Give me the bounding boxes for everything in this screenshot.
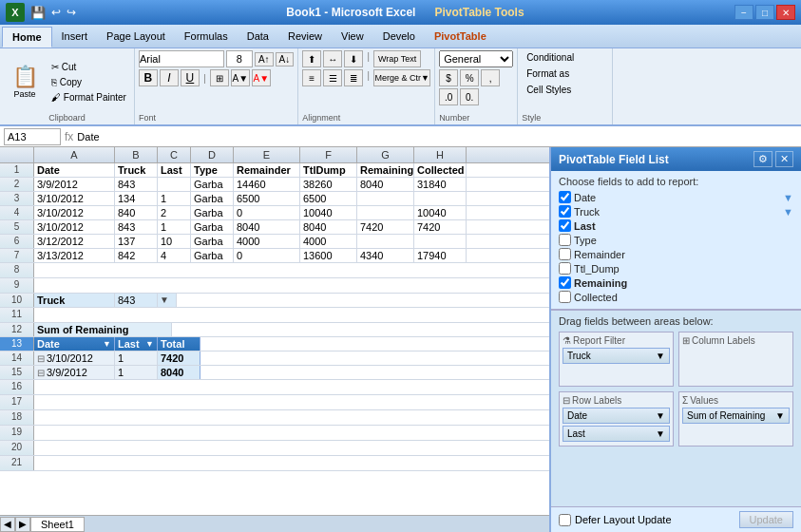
field-date-filter-icon[interactable]: ▼ <box>783 192 793 203</box>
field-truck-filter-icon[interactable]: ▼ <box>783 206 793 218</box>
row-label-last-item[interactable]: Last▼ <box>563 426 670 442</box>
field-remainder-checkbox[interactable] <box>559 248 571 260</box>
name-box[interactable] <box>4 128 61 145</box>
cut-button[interactable]: ✂ Cut <box>48 60 130 74</box>
cell[interactable]: Garba <box>191 192 234 205</box>
cell[interactable]: 843 <box>115 220 158 234</box>
col-header-A[interactable]: A <box>34 147 115 162</box>
cell[interactable]: Last <box>158 163 191 177</box>
field-ttldump-checkbox[interactable] <box>559 262 571 275</box>
tab-home[interactable]: Home <box>2 27 52 48</box>
align-bottom-button[interactable]: ⬇ <box>344 50 363 67</box>
cell[interactable]: 4340 <box>357 249 414 262</box>
cell[interactable]: 1 <box>158 220 191 234</box>
quick-access-undo[interactable]: ↩ <box>51 6 61 19</box>
font-grow-button[interactable]: A↑ <box>255 52 274 66</box>
cell[interactable]: Collected <box>414 163 467 177</box>
next-sheet-button[interactable]: ▶ <box>15 517 30 532</box>
align-top-button[interactable]: ⬆ <box>302 50 321 67</box>
cell[interactable]: 10 <box>158 235 191 248</box>
field-type-checkbox[interactable] <box>559 234 571 246</box>
defer-layout-checkbox[interactable]: Defer Layout Update <box>559 514 672 526</box>
cell[interactable]: 7420 <box>414 220 467 234</box>
cell[interactable]: 0 <box>234 206 300 219</box>
field-remaining-checkbox[interactable] <box>559 276 571 289</box>
cell[interactable]: 6500 <box>234 192 300 205</box>
cell-last-15[interactable]: 1 <box>115 366 158 379</box>
cell[interactable]: 6500 <box>300 192 357 205</box>
col-header-E[interactable]: E <box>234 147 300 162</box>
cell[interactable]: Garba <box>191 206 234 219</box>
font-shrink-button[interactable]: A↓ <box>276 52 295 66</box>
tab-insert[interactable]: Insert <box>52 27 98 48</box>
cell[interactable]: 14460 <box>234 178 300 191</box>
cell[interactable]: 843 <box>115 178 158 191</box>
formula-input[interactable] <box>77 128 797 145</box>
cell[interactable]: 8040 <box>357 178 414 191</box>
currency-button[interactable]: $ <box>439 69 458 86</box>
cell[interactable]: Truck <box>115 163 158 177</box>
cell[interactable]: 4000 <box>300 235 357 248</box>
cell[interactable] <box>357 206 414 219</box>
font-name-input[interactable] <box>139 50 224 67</box>
field-collected-checkbox[interactable] <box>559 291 571 303</box>
cell[interactable]: Date <box>34 163 115 177</box>
field-last-checkbox[interactable] <box>559 219 571 232</box>
align-center-button[interactable]: ☰ <box>323 69 342 86</box>
cell[interactable] <box>414 192 467 205</box>
tab-pagelayout[interactable]: Page Layout <box>97 27 175 48</box>
tab-develo[interactable]: Develo <box>373 27 425 48</box>
quick-access-save[interactable]: 💾 <box>30 6 46 20</box>
quick-access-redo[interactable]: ↪ <box>67 6 76 19</box>
update-button[interactable]: Update <box>739 511 793 528</box>
cell-truck-filter-icon[interactable]: ▼ <box>158 294 177 307</box>
maximize-button[interactable]: □ <box>755 5 774 20</box>
cell[interactable]: 2 <box>158 206 191 219</box>
cell-date-14[interactable]: ⊟ 3/10/2012 <box>34 352 115 365</box>
align-right-button[interactable]: ≣ <box>344 69 363 86</box>
cell[interactable]: 8040 <box>300 220 357 234</box>
conditional-formatting-button[interactable]: Conditional <box>522 50 608 65</box>
paste-button[interactable]: 📋 Paste <box>4 55 46 108</box>
align-left-button[interactable]: ≡ <box>302 69 321 86</box>
defer-checkbox[interactable] <box>559 514 571 526</box>
italic-button[interactable]: I <box>160 69 179 86</box>
cell-last-14[interactable]: 1 <box>115 352 158 365</box>
cell[interactable]: Remainder <box>234 163 300 177</box>
cell[interactable]: 3/10/2012 <box>34 220 115 234</box>
cell[interactable]: Garba <box>191 249 234 262</box>
cell[interactable]: 4000 <box>234 235 300 248</box>
col-header-H[interactable]: H <box>414 147 467 162</box>
cell-date-header[interactable]: Date▼ <box>34 337 115 351</box>
col-header-F[interactable]: F <box>300 147 357 162</box>
merge-button[interactable]: Merge & Ctr▼ <box>373 69 430 86</box>
cell[interactable]: 3/10/2012 <box>34 192 115 205</box>
cell[interactable]: Type <box>191 163 234 177</box>
cell[interactable]: TtlDump <box>300 163 357 177</box>
cell[interactable]: 0 <box>234 249 300 262</box>
tab-view[interactable]: View <box>332 27 373 48</box>
tab-data[interactable]: Data <box>238 27 278 48</box>
percent-button[interactable]: % <box>460 69 479 86</box>
field-truck-checkbox[interactable] <box>559 205 571 218</box>
pivot-settings-button[interactable]: ⚙ <box>753 151 772 167</box>
number-format-select[interactable]: General <box>439 50 513 67</box>
decrease-decimal-button[interactable]: 0. <box>460 88 479 105</box>
cell[interactable]: 17940 <box>414 249 467 262</box>
tab-formulas[interactable]: Formulas <box>175 27 238 48</box>
cell-truck-label[interactable]: Truck <box>34 294 115 307</box>
cell[interactable]: Remaining <box>357 163 414 177</box>
cell[interactable]: 137 <box>115 235 158 248</box>
font-color-button[interactable]: A▼ <box>252 69 271 86</box>
minimize-button[interactable]: − <box>734 5 753 20</box>
cell[interactable]: 7420 <box>357 220 414 234</box>
col-header-G[interactable]: G <box>357 147 414 162</box>
cell[interactable]: 134 <box>115 192 158 205</box>
cell-styles-button[interactable]: Cell Styles <box>522 83 608 97</box>
underline-button[interactable]: U <box>181 69 200 86</box>
cell[interactable]: 13600 <box>300 249 357 262</box>
border-button[interactable]: ⊞ <box>210 69 229 86</box>
cell[interactable]: 840 <box>115 206 158 219</box>
close-button[interactable]: ✕ <box>776 5 795 20</box>
sheet-tab-sheet1[interactable]: Sheet1 <box>30 517 85 532</box>
